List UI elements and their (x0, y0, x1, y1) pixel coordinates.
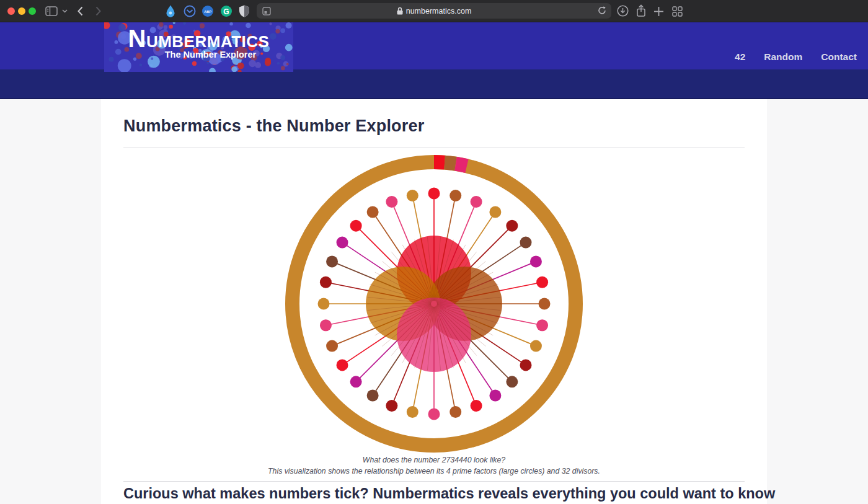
minimize-window-button[interactable] (18, 7, 25, 15)
chevron-down-icon[interactable] (62, 9, 68, 13)
site-header: NUMBERMATICS The Number Explorer 42 Rand… (0, 22, 868, 69)
nav-link-random[interactable]: Random (764, 51, 802, 63)
shield-extension-icon[interactable] (239, 5, 250, 17)
grammarly-label: G (223, 7, 229, 16)
nav-link-contact[interactable]: Contact (821, 51, 857, 63)
browser-chrome: ABP G numbermatics.com (0, 0, 868, 22)
pocket-extension-icon[interactable] (184, 5, 196, 17)
forward-icon[interactable] (95, 6, 102, 16)
intro-heading: Curious what makes numbers tick? Numberm… (123, 485, 745, 504)
back-icon[interactable] (77, 6, 84, 16)
divider (123, 481, 745, 482)
close-window-button[interactable] (7, 7, 15, 15)
abp-label: ABP (204, 10, 211, 14)
tab-overview-icon[interactable] (672, 6, 683, 17)
page-title: Numbermatics - the Number Explorer (123, 117, 745, 136)
main-nav: 42 Random Contact (735, 51, 857, 63)
new-tab-icon[interactable] (653, 6, 664, 17)
logo-title: NUMBERMATICS (104, 22, 293, 51)
downloads-icon[interactable] (617, 5, 629, 17)
padlock-icon (397, 7, 403, 15)
search-bar-row (0, 69, 868, 99)
viz-caption-question: What does the number 2734440 look like? (101, 456, 767, 465)
nav-link-42[interactable]: 42 (735, 51, 745, 63)
abp-extension-icon[interactable]: ABP (202, 5, 214, 17)
site-logo[interactable]: NUMBERMATICS The Number Explorer (104, 22, 293, 72)
sidebar-icon[interactable] (45, 6, 58, 16)
divider (123, 148, 745, 148)
viz-caption-description: This visualization shows the relationshi… (101, 467, 767, 476)
url-text: numbermatics.com (406, 7, 472, 15)
grammarly-extension-icon[interactable]: G (220, 5, 232, 17)
droplet-extension-icon[interactable] (166, 5, 175, 17)
page-content: Numbermatics - the Number Explorer What … (101, 99, 767, 504)
browser-window: ABP G numbermatics.com (0, 0, 868, 504)
intro-heading-line1: Curious what makes numbers tick? Numberm… (123, 485, 745, 502)
logo-subtitle: The Number Explorer (104, 50, 293, 60)
share-icon[interactable] (636, 4, 647, 17)
url-bar[interactable]: numbermatics.com (257, 3, 611, 19)
number-visualization (285, 155, 583, 453)
reload-icon[interactable] (598, 6, 606, 15)
zoom-window-button[interactable] (29, 7, 36, 15)
